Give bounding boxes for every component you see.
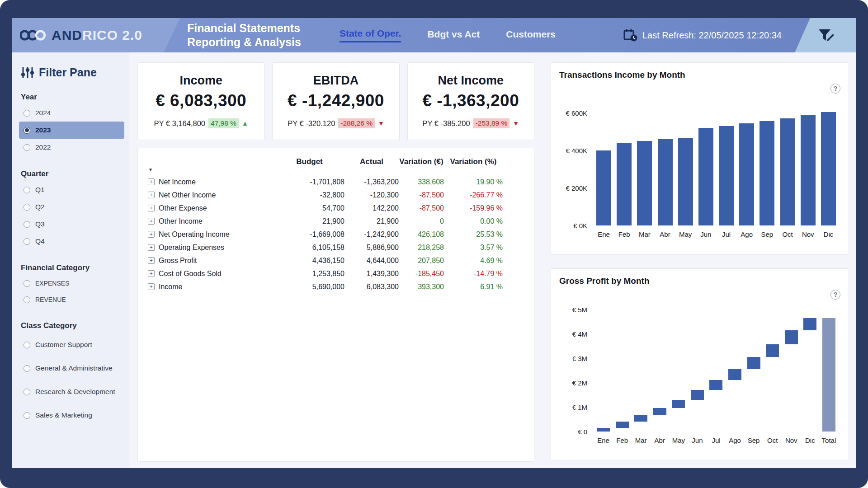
waterfall-segment-abr[interactable] [653, 408, 666, 415]
waterfall-segment-dic[interactable] [803, 318, 816, 330]
matrix-row-net-income[interactable]: Net Income-1,701,808-1,363,200338,60819.… [148, 175, 524, 188]
expand-icon[interactable] [148, 218, 155, 225]
x-axis-label: Ago [729, 436, 741, 444]
matrix-row-other-income[interactable]: Other Income21,90021,90000.00 % [148, 215, 524, 228]
filter-option-q1[interactable]: Q1 [19, 181, 124, 198]
matrix-row-other-expense[interactable]: Other Expense54,700142,200-87,500-159.96… [148, 202, 524, 215]
clear-filters-icon[interactable] [817, 28, 834, 43]
variation-pct-cell: 4.69 % [444, 257, 503, 265]
expand-icon[interactable] [148, 270, 155, 277]
filter-option-q4[interactable]: Q4 [19, 233, 124, 250]
filter-option-2024[interactable]: 2024 [19, 104, 124, 122]
radio-icon[interactable] [24, 365, 30, 372]
waterfall-segment-total[interactable] [822, 318, 835, 432]
bar-nov[interactable] [801, 115, 816, 225]
bar-oct[interactable] [780, 118, 795, 225]
matrix-row-gross-profit[interactable]: Gross Profit4,436,1504,644,000207,8504.6… [148, 254, 524, 267]
kpi-previous-year: PY € -385.200-253,89 %▼ [408, 118, 534, 128]
filter-option-general-administrative[interactable]: General & Administrative [19, 357, 124, 380]
expand-icon[interactable] [148, 231, 155, 238]
filter-option-expenses[interactable]: EXPENSES [19, 275, 124, 291]
radio-icon[interactable] [24, 127, 30, 134]
help-icon[interactable] [830, 84, 840, 94]
bar-feb[interactable] [617, 143, 632, 225]
expand-icon[interactable] [148, 205, 155, 211]
filter-option-label: 2022 [35, 143, 51, 151]
waterfall-column-may: May [671, 310, 685, 432]
filter-option-q3[interactable]: Q3 [19, 216, 124, 233]
bar-ago[interactable] [739, 123, 754, 225]
bar-mar[interactable] [637, 141, 652, 225]
matrix-row-cost-of-goods-sold[interactable]: Cost of Goods Sold1,253,8501,439,300-185… [148, 267, 524, 280]
filter-option-revenue[interactable]: REVENUE [19, 291, 124, 308]
radio-icon[interactable] [24, 144, 30, 151]
bar-ene[interactable] [596, 150, 611, 225]
waterfall-segment-oct[interactable] [766, 344, 779, 357]
expand-icon[interactable] [148, 192, 155, 198]
radio-icon[interactable] [24, 221, 30, 228]
expand-icon[interactable] [148, 283, 155, 290]
variation-eur-cell: 393,300 [399, 283, 444, 291]
radio-icon[interactable] [24, 389, 30, 395]
tab-bdgt-vs-act[interactable]: Bdgt vs Act [427, 29, 480, 42]
bar-abr[interactable] [658, 139, 673, 225]
radio-icon[interactable] [24, 342, 30, 348]
tab-state-of-oper[interactable]: State of Oper. [340, 28, 401, 42]
matrix-row-net-operating-income[interactable]: Net Operating Income-1,669,008-1,242,900… [148, 228, 524, 241]
filter-option-sales-marketing[interactable]: Sales & Marketing [19, 404, 124, 427]
filter-option-label: Q2 [35, 203, 45, 211]
row-label: Income [159, 283, 182, 291]
kpi-card-income: Income€ 6,083,300PY € 3,164,80047,98 %▲ [137, 62, 264, 140]
matrix-row-operating-expenses[interactable]: Operating Expenses6,105,1585,886,900218,… [148, 241, 524, 254]
filter-option-label: Research & Development [35, 388, 115, 396]
tab-customers[interactable]: Customers [506, 29, 556, 42]
filter-option-customer-support[interactable]: Customer Support [19, 333, 124, 357]
filter-option-research-development[interactable]: Research & Development [19, 380, 124, 404]
waterfall-segment-nov[interactable] [785, 330, 798, 344]
bar-column-dic: Dic [821, 103, 836, 225]
bar-jun[interactable] [698, 128, 713, 225]
bar-column-sep: Sep [760, 103, 774, 225]
radio-icon[interactable] [24, 412, 30, 419]
filter-pane: Filter Pane Year202420232022QuarterQ1Q2Q… [12, 52, 128, 468]
radio-icon[interactable] [24, 296, 30, 303]
row-label: Operating Expenses [159, 244, 224, 252]
waterfall-segment-sep[interactable] [747, 357, 760, 369]
bar-may[interactable] [678, 138, 693, 225]
waterfall-segment-ago[interactable] [728, 369, 741, 380]
bar-jul[interactable] [719, 126, 734, 225]
x-axis-label: Feb [616, 436, 628, 444]
waterfall-segment-may[interactable] [672, 400, 685, 408]
radio-icon[interactable] [24, 110, 30, 117]
kpi-value: € -1,363,200 [408, 91, 534, 110]
matrix-row-net-other-income[interactable]: Net Other Income-32,800-120,300-87,500-2… [148, 188, 524, 202]
waterfall-segment-jul[interactable] [709, 380, 722, 390]
radio-icon[interactable] [24, 238, 30, 245]
waterfall-segment-feb[interactable] [616, 422, 629, 428]
expand-icon[interactable] [148, 257, 155, 264]
x-axis-label: Sep [748, 436, 760, 444]
bar-sep[interactable] [760, 121, 774, 225]
waterfall-segment-jun[interactable] [691, 390, 704, 400]
waterfall-column-oct: Oct [765, 310, 779, 432]
waterfall-segment-mar[interactable] [634, 415, 647, 422]
filter-option-q2[interactable]: Q2 [19, 198, 124, 216]
expand-icon[interactable] [148, 244, 155, 251]
radio-icon[interactable] [24, 280, 30, 287]
x-axis-label: Feb [618, 230, 630, 238]
filter-option-label: Q1 [35, 186, 45, 194]
y-axis-label: € 200K [566, 184, 587, 192]
expand-icon[interactable] [148, 178, 155, 185]
filter-option-2023[interactable]: 2023 [19, 122, 124, 139]
radio-icon[interactable] [24, 187, 30, 193]
matrix-row-income[interactable]: Income5,690,0006,083,300393,3006.91 % [148, 280, 524, 293]
bar-dic[interactable] [821, 112, 836, 225]
budget-cell: 1,253,850 [274, 270, 344, 278]
radio-icon[interactable] [24, 204, 30, 211]
waterfall-segment-ene[interactable] [597, 428, 610, 432]
row-label: Other Expense [159, 204, 207, 212]
x-axis-label: Mar [635, 436, 647, 444]
filter-option-2022[interactable]: 2022 [19, 139, 124, 156]
help-icon[interactable] [830, 290, 840, 300]
matrix-collapse-caret-icon[interactable] [148, 167, 153, 172]
